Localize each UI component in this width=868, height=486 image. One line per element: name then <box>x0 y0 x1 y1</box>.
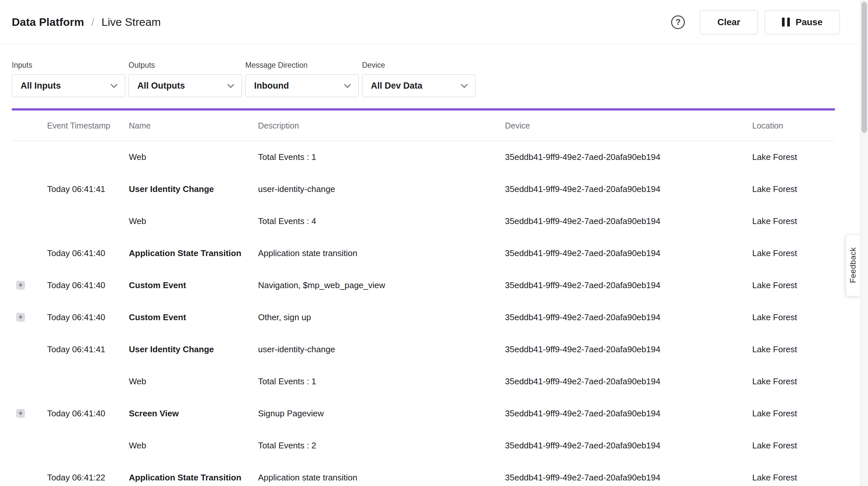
breadcrumb-section[interactable]: Data Platform <box>12 16 84 28</box>
event-timestamp: Today 06:41:40 <box>47 312 129 323</box>
table-row[interactable]: + Web Total Events : 2 35eddb41-9ff9-49e… <box>12 429 835 461</box>
event-name: Application State Transition <box>129 473 258 483</box>
table-row[interactable]: + Web Total Events : 4 35eddb41-9ff9-49e… <box>12 205 835 237</box>
chevron-down-icon <box>227 81 234 88</box>
feedback-tab-label: Feedback <box>848 247 858 283</box>
event-name: User Identity Change <box>129 184 258 194</box>
filter-select[interactable]: All Outputs <box>128 74 242 97</box>
event-device: 35eddb41-9ff9-49e2-7aed-20afa90eb194 <box>505 248 752 259</box>
event-description: Other, sign up <box>258 312 505 323</box>
pause-button[interactable]: Pause <box>765 10 840 34</box>
filter-select[interactable]: All Dev Data <box>362 74 475 97</box>
expand-cell: + <box>12 185 47 193</box>
filter-group: Inputs All Inputs <box>12 61 125 97</box>
event-location: Lake Forest <box>752 248 835 259</box>
pause-button-label: Pause <box>796 17 823 28</box>
expand-cell: + <box>12 153 47 161</box>
filter-select-value: All Outputs <box>137 81 185 91</box>
event-timestamp: Today 06:41:40 <box>47 280 129 291</box>
table-row[interactable]: + Today 06:41:22 Application State Trans… <box>12 461 835 486</box>
filter-bar: Inputs All Inputs Outputs All Outputs Me… <box>12 61 868 97</box>
filter-label: Device <box>362 61 475 70</box>
scrollbar-thumb[interactable] <box>862 2 867 133</box>
event-timestamp: Today 06:41:41 <box>47 344 129 355</box>
event-description: Total Events : 1 <box>258 376 505 387</box>
expand-cell: + <box>12 249 47 257</box>
event-location: Lake Forest <box>752 216 835 226</box>
expand-cell: + <box>12 313 47 322</box>
help-icon[interactable]: ? <box>671 16 685 29</box>
table-row[interactable]: + Web Total Events : 1 35eddb41-9ff9-49e… <box>12 365 835 397</box>
column-header: Location <box>752 121 835 130</box>
table-row[interactable]: + Today 06:41:41 User Identity Change us… <box>12 173 835 205</box>
filter-group: Message Direction Inbound <box>245 61 359 97</box>
filter-group: Outputs All Outputs <box>128 61 242 97</box>
column-header: Device <box>505 121 752 130</box>
event-device: 35eddb41-9ff9-49e2-7aed-20afa90eb194 <box>505 344 752 355</box>
expand-icon[interactable]: + <box>17 281 25 290</box>
event-timestamp: Today 06:41:22 <box>47 473 129 483</box>
page-header: Data Platform / Live Stream ? Clear Paus… <box>0 0 868 44</box>
event-location: Lake Forest <box>752 473 835 483</box>
events-table: Event TimestampNameDescriptionDeviceLoca… <box>12 111 835 486</box>
clear-button[interactable]: Clear <box>700 10 757 34</box>
event-description: Application state transition <box>258 473 505 483</box>
event-name: Web <box>129 441 258 451</box>
event-location: Lake Forest <box>752 152 835 162</box>
table-row[interactable]: + Today 06:41:41 User Identity Change us… <box>12 333 835 365</box>
event-device: 35eddb41-9ff9-49e2-7aed-20afa90eb194 <box>505 312 752 323</box>
event-timestamp: Today 06:41:41 <box>47 184 129 194</box>
table-row[interactable]: + Today 06:41:40 Custom Event Other, sig… <box>12 301 835 333</box>
expand-cell: + <box>12 441 47 450</box>
event-description: user-identity-change <box>258 184 505 194</box>
event-device: 35eddb41-9ff9-49e2-7aed-20afa90eb194 <box>505 152 752 162</box>
scrollbar[interactable] <box>860 0 868 486</box>
event-name: Web <box>129 152 258 162</box>
event-name: Web <box>129 376 258 387</box>
event-description: Total Events : 1 <box>258 152 505 162</box>
event-description: Total Events : 4 <box>258 216 505 226</box>
expand-icon[interactable]: + <box>17 409 25 418</box>
expand-cell: + <box>12 409 47 418</box>
event-device: 35eddb41-9ff9-49e2-7aed-20afa90eb194 <box>505 441 752 451</box>
accent-divider <box>12 108 835 111</box>
column-header: Name <box>129 121 258 130</box>
filter-select[interactable]: All Inputs <box>12 74 125 97</box>
filter-select-value: All Inputs <box>21 81 61 91</box>
live-stream-page: Data Platform / Live Stream ? Clear Paus… <box>0 0 868 486</box>
expand-cell: + <box>12 217 47 225</box>
filter-label: Outputs <box>128 61 242 70</box>
table-body: + Web Total Events : 1 35eddb41-9ff9-49e… <box>12 141 835 486</box>
breadcrumb: Data Platform / Live Stream <box>12 16 161 28</box>
table-header-row: Event TimestampNameDescriptionDeviceLoca… <box>12 111 835 141</box>
breadcrumb-page: Live Stream <box>101 16 161 28</box>
event-name: Custom Event <box>129 312 258 323</box>
filter-select[interactable]: Inbound <box>245 74 359 97</box>
event-description: Application state transition <box>258 248 505 259</box>
table-row[interactable]: + Web Total Events : 1 35eddb41-9ff9-49e… <box>12 141 835 173</box>
event-device: 35eddb41-9ff9-49e2-7aed-20afa90eb194 <box>505 376 752 387</box>
table-row[interactable]: + Today 06:41:40 Application State Trans… <box>12 237 835 269</box>
chevron-down-icon <box>461 81 468 88</box>
table-row[interactable]: + Today 06:41:40 Custom Event Navigation… <box>12 269 835 301</box>
event-timestamp: Today 06:41:40 <box>47 408 129 419</box>
filter-label: Message Direction <box>245 61 359 70</box>
feedback-tab[interactable]: Feedback <box>846 234 860 296</box>
event-location: Lake Forest <box>752 184 835 194</box>
expand-cell: + <box>12 377 47 386</box>
event-name: User Identity Change <box>129 344 258 355</box>
event-description: Signup Pageview <box>258 408 505 419</box>
expand-cell: + <box>12 345 47 354</box>
table-row[interactable]: + Today 06:41:40 Screen View Signup Page… <box>12 397 835 429</box>
event-description: Navigation, $mp_web_page_view <box>258 280 505 291</box>
filter-group: Device All Dev Data <box>362 61 475 97</box>
expand-cell: + <box>12 281 47 290</box>
event-name: Web <box>129 216 258 226</box>
event-location: Lake Forest <box>752 344 835 355</box>
filter-select-value: Inbound <box>254 81 289 91</box>
event-location: Lake Forest <box>752 376 835 387</box>
filter-select-value: All Dev Data <box>371 81 423 91</box>
expand-icon[interactable]: + <box>17 313 25 322</box>
event-device: 35eddb41-9ff9-49e2-7aed-20afa90eb194 <box>505 216 752 226</box>
header-actions: ? Clear Pause <box>671 10 840 34</box>
